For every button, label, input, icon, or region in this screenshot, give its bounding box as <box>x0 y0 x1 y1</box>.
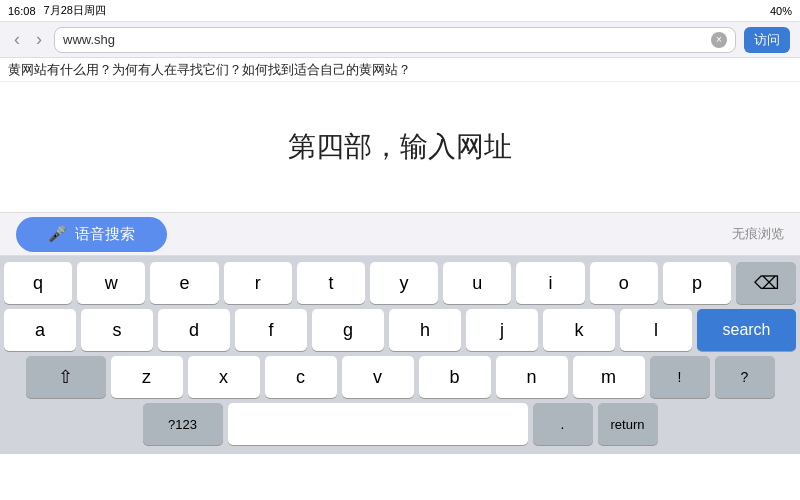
key-c[interactable]: c <box>265 356 337 398</box>
status-left: 16:08 7月28日周四 <box>8 3 106 18</box>
time-display: 16:08 <box>8 5 36 17</box>
url-field[interactable]: www.shg × <box>54 27 736 53</box>
key-x[interactable]: x <box>188 356 260 398</box>
return-key[interactable]: return <box>598 403 658 445</box>
key-a[interactable]: a <box>4 309 76 351</box>
key-s[interactable]: s <box>81 309 153 351</box>
keyboard-row-4: ?123 . return <box>4 403 796 445</box>
status-right: 40% <box>770 5 792 17</box>
key-w[interactable]: w <box>77 262 145 304</box>
key-l[interactable]: l <box>620 309 692 351</box>
url-text: www.shg <box>63 32 115 47</box>
sym-key[interactable]: ?123 <box>143 403 223 445</box>
key-j[interactable]: j <box>466 309 538 351</box>
voice-bar: 🎤 语音搜索 无痕浏览 <box>0 212 800 256</box>
key-t[interactable]: t <box>297 262 365 304</box>
clear-button[interactable]: × <box>711 32 727 48</box>
question-key[interactable]: ? <box>715 356 775 398</box>
key-m[interactable]: m <box>573 356 645 398</box>
keyboard-row-3: ⇧ z x c v b n m ! ? <box>4 356 796 398</box>
date-display: 7月28日周四 <box>44 3 106 18</box>
key-f[interactable]: f <box>235 309 307 351</box>
key-h[interactable]: h <box>389 309 461 351</box>
key-p[interactable]: p <box>663 262 731 304</box>
forward-button[interactable]: › <box>32 29 46 50</box>
address-bar: ‹ › www.shg × 访问 <box>0 22 800 58</box>
key-n[interactable]: n <box>496 356 568 398</box>
voice-search-button[interactable]: 🎤 语音搜索 <box>16 217 167 252</box>
key-u[interactable]: u <box>443 262 511 304</box>
keyboard: q w e r t y u i o p ⌫ a s d f g h j k l … <box>0 256 800 454</box>
key-o[interactable]: o <box>590 262 658 304</box>
battery-display: 40% <box>770 5 792 17</box>
back-button[interactable]: ‹ <box>10 29 24 50</box>
keyboard-row-1: q w e r t y u i o p ⌫ <box>4 262 796 304</box>
space-key[interactable] <box>228 403 528 445</box>
visit-button[interactable]: 访问 <box>744 27 790 53</box>
incognito-label: 无痕浏览 <box>732 225 784 243</box>
search-key[interactable]: search <box>697 309 796 351</box>
key-g[interactable]: g <box>312 309 384 351</box>
page-title-scroll: 黄网站有什么用？为何有人在寻找它们？如何找到适合自己的黄网站？ <box>0 58 800 82</box>
key-i[interactable]: i <box>516 262 584 304</box>
key-q[interactable]: q <box>4 262 72 304</box>
key-k[interactable]: k <box>543 309 615 351</box>
backspace-key[interactable]: ⌫ <box>736 262 796 304</box>
key-r[interactable]: r <box>224 262 292 304</box>
microphone-icon: 🎤 <box>48 225 67 243</box>
shift-key[interactable]: ⇧ <box>26 356 106 398</box>
key-b[interactable]: b <box>419 356 491 398</box>
status-bar: 16:08 7月28日周四 40% <box>0 0 800 22</box>
key-v[interactable]: v <box>342 356 414 398</box>
section-title: 第四部，输入网址 <box>288 128 512 166</box>
key-z[interactable]: z <box>111 356 183 398</box>
keyboard-row-2: a s d f g h j k l search <box>4 309 796 351</box>
key-e[interactable]: e <box>150 262 218 304</box>
voice-search-label: 语音搜索 <box>75 225 135 244</box>
main-content: 第四部，输入网址 <box>0 82 800 212</box>
key-y[interactable]: y <box>370 262 438 304</box>
key-d[interactable]: d <box>158 309 230 351</box>
exclamation-key[interactable]: ! <box>650 356 710 398</box>
period-key[interactable]: . <box>533 403 593 445</box>
